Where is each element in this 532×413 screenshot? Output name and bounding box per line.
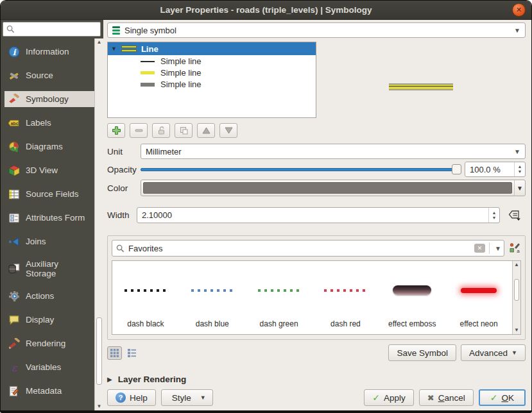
advanced-button[interactable]: Advanced▼ — [461, 344, 526, 361]
list-view-button[interactable] — [124, 346, 139, 360]
dash-green-swatch — [258, 289, 300, 292]
sidebar-item-attributes-form[interactable]: Attributes Form — [4, 210, 92, 226]
cross-icon: ✖ — [427, 393, 434, 403]
gear-action-icon — [8, 290, 20, 302]
sidebar-item-3d-view[interactable]: 3D View — [4, 162, 92, 178]
scroll-up-icon[interactable]: ▲ — [97, 38, 102, 46]
icon-view-button[interactable] — [107, 346, 122, 360]
search-icon — [6, 25, 15, 33]
width-label: Width — [107, 210, 137, 220]
spinner-arrows-icon[interactable]: ▲▼ — [514, 162, 525, 176]
sidebar-item-source-fields[interactable]: Source Fields — [4, 186, 92, 202]
sidebar-scrollbar[interactable]: ▲ ▼ — [94, 38, 103, 410]
ok-button[interactable]: ✓ OK — [479, 389, 526, 406]
duplicate-icon — [179, 126, 189, 135]
scroll-down-icon[interactable]: ▼ — [97, 403, 102, 410]
layer-rendering-collapsible[interactable]: ▶ Layer Rendering — [107, 375, 526, 384]
scrollbar-handle[interactable] — [96, 317, 102, 385]
clear-search-icon[interactable]: ✕ — [474, 244, 485, 253]
down-arrow-icon — [224, 126, 234, 135]
sidebar-item-variables[interactable]: ε Variables — [4, 359, 92, 375]
cancel-button[interactable]: ✖ Cancel — [419, 389, 474, 406]
save-symbol-button[interactable]: Save Symbol — [388, 344, 456, 361]
tree-item-simple-line-3[interactable]: Simple line — [108, 78, 316, 90]
search-icon — [116, 244, 124, 253]
data-defined-override-button[interactable] — [500, 208, 522, 223]
renderer-combobox[interactable]: Single symbol ▼ — [107, 22, 526, 38]
remove-symbol-layer-button[interactable] — [130, 123, 148, 138]
move-up-button[interactable] — [197, 123, 215, 138]
svg-text:ε: ε — [11, 362, 17, 373]
pie-chart-icon — [8, 140, 20, 153]
tree-item-line[interactable]: ▼ Line — [108, 42, 316, 55]
metadata-icon — [8, 385, 20, 397]
spinner-arrows-icon[interactable]: ▲▼ — [488, 208, 499, 223]
symbol-card-dash-green[interactable]: dash green — [246, 261, 313, 334]
close-icon[interactable]: ✕ — [512, 3, 526, 17]
sidebar-item-symbology[interactable]: Symbology — [4, 91, 103, 107]
collapsed-arrow-icon: ▶ — [107, 376, 112, 383]
minus-icon — [134, 126, 144, 135]
add-symbol-layer-button[interactable] — [107, 123, 125, 138]
sidebar-item-auxiliary-storage[interactable]: Auxiliary Storage — [4, 257, 92, 280]
symbol-card-effect-emboss[interactable]: effect emboss — [379, 261, 445, 334]
title-bar[interactable]: Layer Properties - roads (triple_levels)… — [1, 1, 531, 20]
symbol-card-dash-black[interactable]: dash black — [112, 261, 179, 334]
symbol-card-effect-neon[interactable]: effect neon — [445, 261, 512, 334]
chevron-down-icon: ▼ — [514, 148, 520, 155]
tree-item-simple-line-2[interactable]: Simple line — [108, 67, 316, 78]
symbol-card-dash-blue[interactable]: dash blue — [179, 261, 246, 334]
style-button[interactable]: Style ▼ — [161, 389, 213, 406]
sidebar-item-information[interactable]: i Information — [4, 44, 92, 60]
render-brush-icon — [8, 337, 20, 350]
sidebar-item-actions[interactable]: Actions — [4, 288, 92, 304]
sidebar-item-joins[interactable]: Joins — [4, 233, 92, 249]
symbol-gallery: dash black dash blue dash green das — [112, 260, 521, 335]
join-icon — [8, 235, 20, 248]
sidebar-search-input[interactable] — [3, 22, 101, 37]
slider-handle[interactable] — [452, 164, 461, 174]
scroll-up-icon[interactable]: ▲ — [514, 261, 519, 269]
apply-button[interactable]: ✓ Apply — [364, 389, 414, 406]
gallery-scrollbar[interactable]: ▲ ▼ — [512, 261, 520, 334]
style-manager-button[interactable]: a — [509, 242, 521, 255]
sidebar-item-metadata[interactable]: Metadata — [4, 383, 92, 399]
chevron-down-icon[interactable]: ▼ — [495, 245, 501, 252]
symbol-card-dash-red[interactable]: dash red — [312, 261, 379, 334]
scrollbar-handle[interactable] — [514, 279, 519, 301]
symbol-search-combobox[interactable]: ✕ ▼ — [112, 240, 504, 257]
opacity-slider[interactable] — [141, 164, 461, 174]
width-spinbox[interactable]: 2.10000 ▲▼ — [137, 207, 500, 223]
sidebar-item-labels[interactable]: abc Labels — [4, 115, 92, 131]
chevron-down-icon: ▼ — [514, 27, 520, 34]
scroll-down-icon[interactable]: ▼ — [514, 326, 519, 334]
unit-combobox[interactable]: Millimeter ▼ — [141, 144, 526, 159]
sidebar-item-dependencies[interactable]: Dependencies — [4, 407, 92, 410]
database-icon — [8, 263, 20, 275]
line-symbol-icon — [121, 46, 137, 52]
tree-item-simple-line-1[interactable]: Simple line — [108, 55, 316, 67]
symbols-library-frame: ✕ ▼ a dash black — [107, 235, 526, 340]
sidebar-item-source[interactable]: Source — [4, 67, 92, 83]
symbology-panel: Single symbol ▼ ▼ Line Simple line — [103, 20, 531, 410]
emboss-swatch — [393, 285, 431, 295]
move-down-button[interactable] — [219, 123, 237, 138]
symbol-search-input[interactable] — [128, 244, 470, 253]
sidebar-item-display[interactable]: Display — [4, 312, 92, 328]
duplicate-symbol-layer-button[interactable] — [175, 123, 193, 138]
help-icon: ? — [116, 392, 126, 403]
chevron-down-icon[interactable]: ▼ — [514, 180, 525, 196]
svg-text:abc: abc — [11, 121, 19, 126]
help-button[interactable]: ? Help — [107, 389, 156, 406]
window-title: Layer Properties - roads (triple_levels)… — [160, 5, 372, 15]
expander-icon[interactable]: ▼ — [111, 46, 117, 52]
neon-swatch — [461, 288, 497, 293]
opacity-spinbox[interactable]: 100.0 % ▲▼ — [465, 162, 526, 177]
sidebar-item-diagrams[interactable]: Diagrams — [4, 139, 92, 155]
sidebar-item-rendering[interactable]: Rendering — [4, 335, 92, 351]
opacity-label: Opacity — [107, 165, 141, 174]
color-button[interactable]: ▼ — [141, 180, 526, 196]
lock-color-button[interactable] — [152, 123, 170, 138]
symbol-preview — [316, 42, 526, 118]
cube-icon — [8, 164, 20, 176]
